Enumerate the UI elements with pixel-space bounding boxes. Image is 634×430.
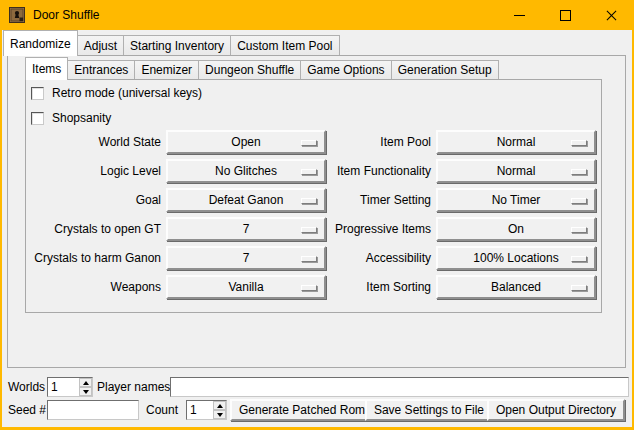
tab-starting-inventory[interactable]: Starting Inventory <box>123 35 231 55</box>
titlebar: Door Shuffle <box>0 0 634 30</box>
dropdown-indicator-icon <box>301 140 317 146</box>
player-names-input[interactable] <box>170 377 629 397</box>
dropdown-indicator-icon <box>571 256 587 262</box>
dropdown-indicator-icon <box>571 140 587 146</box>
arrow-down-icon <box>217 413 223 417</box>
tab-generation-setup[interactable]: Generation Setup <box>391 60 499 79</box>
open-output-directory-button[interactable]: Open Output Directory <box>487 399 625 421</box>
app-window: Door Shuffle Randomize Adjust Starting I… <box>0 0 634 430</box>
count-spin-buttons <box>213 401 226 419</box>
dropdown-indicator-icon <box>571 169 587 175</box>
logic-level-dropdown[interactable]: No Glitches <box>166 159 326 183</box>
tab-enemizer[interactable]: Enemizer <box>134 60 199 79</box>
count-input[interactable] <box>187 401 213 419</box>
progressive-items-label: Progressive Items <box>331 217 431 241</box>
seed-input[interactable] <box>47 400 139 420</box>
timer-setting-dropdown[interactable]: No Timer <box>436 188 596 212</box>
window-controls <box>496 0 634 30</box>
maximize-button[interactable] <box>542 0 588 30</box>
arrow-up-icon <box>217 404 223 408</box>
options-grid: World State Open Item Pool Normal Logic … <box>26 130 596 299</box>
maximize-icon <box>560 10 571 21</box>
spin-down-button[interactable] <box>213 410 226 419</box>
dropdown-indicator-icon <box>301 285 317 291</box>
tab-randomize[interactable]: Randomize <box>3 30 78 56</box>
worlds-label: Worlds <box>8 377 45 397</box>
crystals-gt-label: Crystals to open GT <box>26 217 161 241</box>
minimize-button[interactable] <box>496 0 542 30</box>
crystals-ganon-dropdown[interactable]: 7 <box>166 246 326 270</box>
accessibility-label: Accessibility <box>331 246 431 270</box>
window-border-left <box>0 30 2 430</box>
worlds-input[interactable] <box>48 378 79 396</box>
timer-setting-label: Timer Setting <box>331 188 431 212</box>
dropdown-indicator-icon <box>571 285 587 291</box>
dropdown-indicator-icon <box>301 227 317 233</box>
goal-label: Goal <box>26 188 161 212</box>
dropdown-indicator-icon <box>571 227 587 233</box>
tab-adjust[interactable]: Adjust <box>77 35 124 55</box>
accessibility-dropdown[interactable]: 100% Locations <box>436 246 596 270</box>
dropdown-indicator-icon <box>301 256 317 262</box>
dropdown-indicator-icon <box>301 198 317 204</box>
close-button[interactable] <box>588 0 634 30</box>
crystals-gt-dropdown[interactable]: 7 <box>166 217 326 241</box>
worlds-spin-buttons <box>79 378 92 396</box>
tab-entrances[interactable]: Entrances <box>67 60 135 79</box>
goal-dropdown[interactable]: Defeat Ganon <box>166 188 326 212</box>
crystals-ganon-label: Crystals to harm Ganon <box>26 246 161 270</box>
item-functionality-dropdown[interactable]: Normal <box>436 159 596 183</box>
seed-label: Seed # <box>8 400 46 420</box>
generate-patched-rom-button[interactable]: Generate Patched Rom <box>230 399 374 421</box>
item-pool-label: Item Pool <box>331 130 431 154</box>
close-icon <box>606 10 617 21</box>
count-spinner <box>186 400 227 420</box>
minimize-icon <box>514 15 525 16</box>
retro-mode-row: Retro mode (universal keys) <box>31 86 202 100</box>
tab-items[interactable]: Items <box>25 57 68 80</box>
spin-down-button[interactable] <box>79 387 92 396</box>
arrow-down-icon <box>83 390 89 394</box>
weapons-label: Weapons <box>26 275 161 299</box>
logic-level-label: Logic Level <box>26 159 161 183</box>
tab-dungeon-shuffle[interactable]: Dungeon Shuffle <box>198 60 301 79</box>
player-names-label: Player names <box>97 377 170 397</box>
world-state-label: World State <box>26 130 161 154</box>
sub-tab-bar: Items Entrances Enemizer Dungeon Shuffle… <box>25 57 498 80</box>
world-state-dropdown[interactable]: Open <box>166 130 326 154</box>
shopsanity-label: Shopsanity <box>52 111 111 125</box>
item-functionality-label: Item Functionality <box>331 159 431 183</box>
tab-custom-item-pool[interactable]: Custom Item Pool <box>230 35 339 55</box>
retro-mode-checkbox[interactable] <box>31 87 44 100</box>
item-pool-dropdown[interactable]: Normal <box>436 130 596 154</box>
item-sorting-dropdown[interactable]: Balanced <box>436 275 596 299</box>
progressive-items-dropdown[interactable]: On <box>436 217 596 241</box>
window-title: Door Shuffle <box>33 8 100 22</box>
items-tab-page: Retro mode (universal keys) Shopsanity W… <box>25 79 602 313</box>
arrow-up-icon <box>83 381 89 385</box>
shopsanity-checkbox[interactable] <box>31 112 44 125</box>
save-settings-button[interactable]: Save Settings to File <box>365 399 493 421</box>
item-sorting-label: Item Sorting <box>331 275 431 299</box>
spin-up-button[interactable] <box>213 401 226 410</box>
count-label: Count <box>146 400 178 420</box>
retro-mode-label: Retro mode (universal keys) <box>52 86 202 100</box>
spin-up-button[interactable] <box>79 378 92 387</box>
door-icon <box>9 7 25 23</box>
dropdown-indicator-icon <box>571 198 587 204</box>
tab-game-options[interactable]: Game Options <box>300 60 391 79</box>
dropdown-indicator-icon <box>301 169 317 175</box>
weapons-dropdown[interactable]: Vanilla <box>166 275 326 299</box>
main-tab-bar: Randomize Adjust Starting Inventory Cust… <box>3 30 339 56</box>
shopsanity-row: Shopsanity <box>31 111 111 125</box>
worlds-spinner <box>47 377 93 397</box>
